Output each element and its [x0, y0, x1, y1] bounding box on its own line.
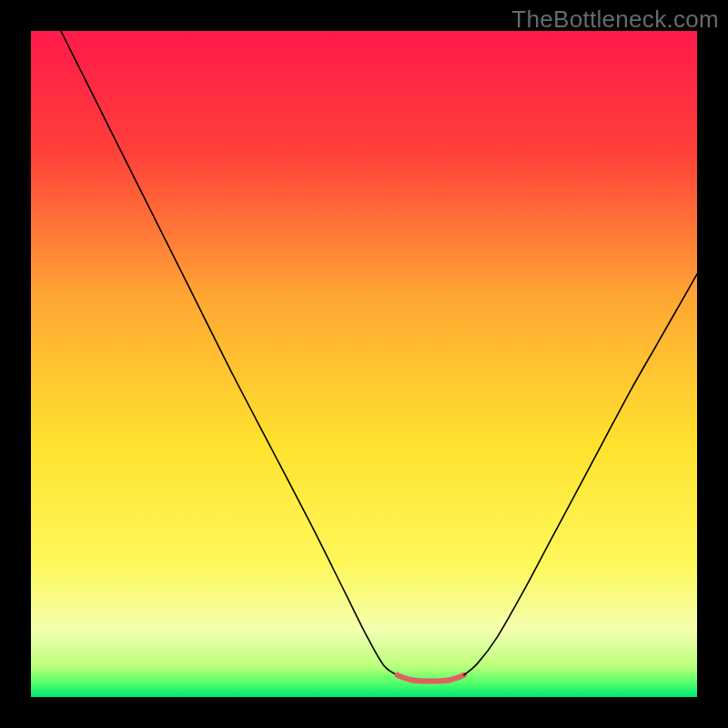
plot-area [31, 31, 697, 697]
chart-container: TheBottleneck.com [0, 0, 728, 728]
watermark-text: TheBottleneck.com [511, 5, 719, 34]
chart-svg [0, 0, 728, 728]
